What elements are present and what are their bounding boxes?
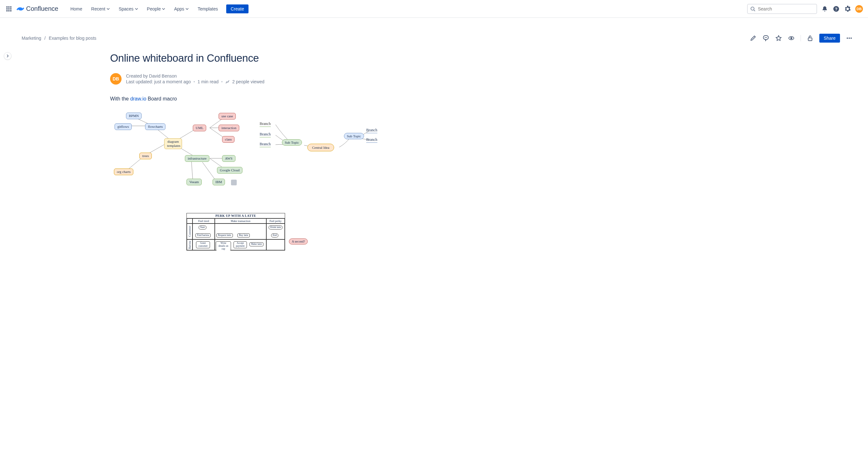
swimlane-node: Accept payment bbox=[234, 241, 247, 248]
comment-bubble-icon[interactable] bbox=[231, 180, 237, 185]
views-count[interactable]: 2 people viewed bbox=[232, 79, 265, 84]
nav-home[interactable]: Home bbox=[67, 4, 85, 13]
diagram-node[interactable]: trees bbox=[140, 153, 152, 159]
product-name: Confluence bbox=[26, 5, 58, 12]
mindmap-branch[interactable]: Branch bbox=[366, 128, 377, 133]
last-updated: Last updated: just a moment ago bbox=[126, 79, 191, 84]
diagram-node[interactable]: IBM bbox=[213, 179, 225, 185]
svg-text:?: ? bbox=[835, 7, 837, 11]
mindmap-branch[interactable]: Branch bbox=[366, 137, 377, 143]
nav-items: Home Recent Spaces People Apps Templates… bbox=[67, 4, 248, 13]
chevron-down-icon bbox=[186, 8, 189, 10]
chevron-down-icon bbox=[162, 8, 165, 10]
nav-apps[interactable]: Apps bbox=[171, 4, 192, 13]
search-box[interactable] bbox=[747, 4, 817, 14]
diagram-node[interactable]: AWS bbox=[222, 155, 236, 162]
watch-icon[interactable] bbox=[788, 35, 795, 42]
help-icon[interactable]: ? bbox=[832, 5, 840, 13]
svg-line-1 bbox=[754, 10, 755, 11]
mindmap-central[interactable]: Central Idea bbox=[307, 144, 334, 151]
diagram-node[interactable]: class bbox=[222, 136, 235, 143]
sidebar-expand-button[interactable] bbox=[4, 52, 11, 60]
swimlane-col-header: Make transaction bbox=[215, 219, 266, 224]
create-button[interactable]: Create bbox=[226, 4, 248, 13]
svg-point-9 bbox=[848, 37, 850, 39]
diagram-node[interactable]: infrastructure bbox=[185, 155, 209, 162]
diagram-node[interactable]: use case bbox=[219, 113, 236, 120]
analytics-icon bbox=[225, 79, 230, 84]
swimlane-title: PERK UP WITH A LATTE bbox=[187, 213, 285, 219]
app-switcher-icon[interactable] bbox=[5, 5, 13, 13]
swimlane-node: Buy latte bbox=[237, 233, 250, 237]
settings-icon[interactable] bbox=[844, 5, 851, 13]
diagram-node[interactable]: Veeam bbox=[186, 179, 202, 185]
mindmap-branch[interactable]: Branch bbox=[260, 122, 271, 127]
search-icon bbox=[750, 6, 755, 11]
nav-templates[interactable]: Templates bbox=[194, 4, 221, 13]
mindmap-subtopic[interactable]: Sub Topic bbox=[282, 139, 302, 145]
breadcrumb-space[interactable]: Marketing bbox=[22, 36, 41, 41]
edit-icon[interactable] bbox=[750, 35, 757, 42]
swimlane-node: Find barista bbox=[195, 233, 211, 237]
created-by: Created by David Benson bbox=[126, 73, 265, 78]
whiteboard-diagram[interactable]: BPMN flowcharts gitflows diagram templat… bbox=[110, 108, 384, 197]
byline: DB Created by David Benson Last updated:… bbox=[110, 73, 415, 85]
user-avatar[interactable]: DB bbox=[855, 5, 863, 13]
star-icon[interactable] bbox=[775, 35, 782, 42]
page-title: Online whiteboard in Confluence bbox=[110, 52, 415, 64]
mindmap-subtopic[interactable]: Sub Topic bbox=[344, 133, 364, 139]
confluence-icon bbox=[17, 5, 24, 13]
diagram-node[interactable]: diagram templates bbox=[164, 138, 182, 149]
drawio-link[interactable]: draw.io bbox=[130, 96, 146, 101]
svg-rect-7 bbox=[808, 38, 812, 41]
read-time: 1 min read bbox=[197, 79, 219, 84]
chevron-right-icon bbox=[6, 54, 9, 58]
restrictions-icon[interactable] bbox=[807, 35, 814, 42]
nav-people[interactable]: People bbox=[144, 4, 168, 13]
share-button[interactable]: Share bbox=[819, 34, 840, 42]
diagram-node[interactable]: org charts bbox=[114, 168, 133, 175]
page-actions: Share bbox=[750, 34, 853, 42]
author-avatar[interactable]: DB bbox=[110, 73, 122, 85]
chevron-down-icon bbox=[106, 8, 110, 10]
breadcrumb-parent[interactable]: Examples for blog posts bbox=[49, 36, 96, 41]
top-nav: Confluence Home Recent Spaces People App… bbox=[0, 0, 868, 18]
swimlane-node: Greet customer bbox=[196, 241, 210, 248]
swimlane-diagram[interactable]: PERK UP WITH A LATTE Feel tired Make tra… bbox=[186, 213, 285, 251]
swimlane-node: Request latte bbox=[216, 233, 233, 237]
diagram-node[interactable]: BPMN bbox=[126, 112, 142, 119]
swimlane-node: Make latte bbox=[249, 242, 264, 247]
diagram-node[interactable]: flowcharts bbox=[145, 123, 165, 130]
swimlane-node: End bbox=[271, 233, 278, 237]
mindmap-branch[interactable]: Branch bbox=[260, 142, 271, 147]
svg-point-0 bbox=[751, 7, 754, 10]
swimlane-node: Start bbox=[198, 225, 207, 230]
swimlane-node: Write details on cup bbox=[216, 241, 231, 251]
svg-point-6 bbox=[790, 37, 792, 39]
swimlane-col-header: Feel perky bbox=[266, 219, 285, 224]
notifications-icon[interactable] bbox=[821, 5, 829, 13]
swimlane-col-header: Feel tired bbox=[192, 219, 215, 224]
mindmap-branch[interactable]: Branch bbox=[260, 132, 271, 137]
chevron-down-icon bbox=[135, 8, 138, 10]
swimlane-node: Drink latte bbox=[269, 225, 283, 230]
swimlane-lane-header: Customer bbox=[187, 224, 192, 239]
diagram-node[interactable]: gitflows bbox=[115, 123, 132, 130]
intro-paragraph: With the draw.io Board macro bbox=[110, 96, 415, 102]
diagram-node[interactable]: Google Cloud bbox=[217, 167, 243, 173]
nav-recent[interactable]: Recent bbox=[88, 4, 113, 13]
diagram-node[interactable]: interaction bbox=[219, 125, 239, 131]
confluence-logo[interactable]: Confluence bbox=[17, 5, 58, 13]
svg-point-8 bbox=[847, 37, 848, 39]
callout-annotation[interactable]: A second? bbox=[289, 238, 308, 245]
search-input[interactable] bbox=[758, 6, 814, 11]
diagram-node[interactable]: UML bbox=[193, 125, 206, 131]
swimlane-lane-header: Barista bbox=[187, 239, 192, 250]
divider bbox=[801, 35, 801, 41]
breadcrumb: Marketing / Examples for blog posts bbox=[22, 36, 96, 41]
nav-spaces[interactable]: Spaces bbox=[116, 4, 141, 13]
more-actions-icon[interactable] bbox=[846, 35, 853, 42]
svg-point-10 bbox=[850, 37, 852, 39]
comments-icon[interactable] bbox=[762, 35, 769, 42]
